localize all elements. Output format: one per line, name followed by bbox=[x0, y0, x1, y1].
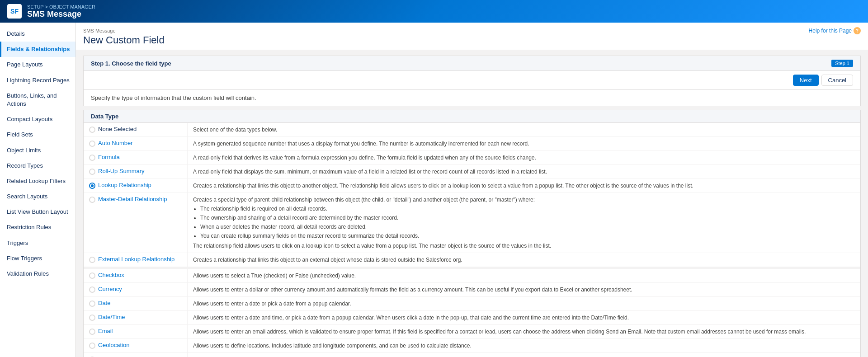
field-type-name-6[interactable]: External Lookup Relationship bbox=[98, 256, 175, 263]
step-banner-title: Step 1. Choose the field type bbox=[91, 60, 171, 67]
field-type-desc-4: Creates a relationship that links this o… bbox=[188, 179, 860, 193]
radio-2[interactable] bbox=[89, 155, 95, 161]
header-title: SMS Message bbox=[27, 9, 95, 19]
field-type-name-4[interactable]: Lookup Relationship bbox=[98, 182, 151, 188]
field-type-name-2[interactable]: Formula bbox=[98, 154, 120, 160]
field-type-name-11[interactable]: Email bbox=[98, 328, 113, 334]
field-type-label-1[interactable]: Auto Number bbox=[84, 137, 188, 150]
field-type-name-0: None Selected bbox=[98, 126, 137, 132]
table-row[interactable]: GeolocationAllows users to define locati… bbox=[84, 339, 860, 353]
field-type-desc-6: Creates a relationship that links this o… bbox=[188, 253, 860, 267]
table-row[interactable]: None SelectedSelect one of the data type… bbox=[84, 123, 860, 137]
field-type-name-1[interactable]: Auto Number bbox=[98, 140, 133, 146]
field-type-desc-13: Allows users to enter any number. Leadin… bbox=[188, 353, 860, 357]
table-row[interactable]: FormulaA read-only field that derives it… bbox=[84, 151, 860, 165]
field-type-label-10[interactable]: Date/Time bbox=[84, 311, 188, 324]
field-type-desc-0: Select one of the data types below. bbox=[188, 123, 860, 136]
step-badge: Step 1 bbox=[831, 60, 853, 67]
field-type-label-0[interactable]: None Selected bbox=[84, 123, 188, 136]
radio-4[interactable] bbox=[89, 183, 95, 189]
cancel-button[interactable]: Cancel bbox=[821, 75, 853, 86]
sidebar-item-fields-relationships[interactable]: Fields & Relationships bbox=[0, 42, 75, 57]
field-type-table: None SelectedSelect one of the data type… bbox=[83, 123, 861, 357]
radio-0[interactable] bbox=[89, 127, 95, 133]
field-type-label-11[interactable]: Email bbox=[84, 325, 188, 338]
radio-3[interactable] bbox=[89, 169, 95, 175]
data-type-section-header: Data Type bbox=[83, 110, 861, 123]
header-breadcrumb: SETUP > OBJECT MANAGER bbox=[27, 4, 95, 9]
sidebar-item-flow-triggers[interactable]: Flow Triggers bbox=[0, 251, 75, 266]
field-type-name-7[interactable]: Checkbox bbox=[98, 272, 124, 278]
sidebar: DetailsFields & RelationshipsPage Layout… bbox=[0, 23, 76, 357]
field-type-label-13[interactable]: Number bbox=[84, 353, 188, 357]
field-type-label-3[interactable]: Roll-Up Summary bbox=[84, 165, 188, 178]
sidebar-item-restriction-rules[interactable]: Restriction Rules bbox=[0, 220, 75, 235]
table-row[interactable]: CurrencyAllows users to enter a dollar o… bbox=[84, 283, 860, 297]
radio-9[interactable] bbox=[89, 301, 95, 307]
field-type-name-3[interactable]: Roll-Up Summary bbox=[98, 168, 145, 174]
sidebar-item-page-layouts[interactable]: Page Layouts bbox=[0, 57, 75, 72]
table-row[interactable]: Roll-Up SummaryA read-only field that di… bbox=[84, 165, 860, 179]
table-row[interactable]: Auto NumberA system-generated sequence n… bbox=[84, 137, 860, 151]
sidebar-item-details[interactable]: Details bbox=[0, 26, 75, 42]
content-breadcrumb: SMS Message bbox=[83, 28, 861, 33]
table-row[interactable]: EmailAllows users to enter an email addr… bbox=[84, 325, 860, 339]
table-row[interactable]: External Lookup RelationshipCreates a re… bbox=[84, 253, 860, 267]
radio-1[interactable] bbox=[89, 141, 95, 147]
content-header: SMS Message New Custom Field bbox=[76, 23, 868, 50]
table-row[interactable]: CheckboxAllows users to select a True (c… bbox=[84, 269, 860, 283]
field-type-name-10[interactable]: Date/Time bbox=[98, 314, 125, 320]
radio-7[interactable] bbox=[89, 272, 95, 279]
table-row[interactable]: Date/TimeAllows users to enter a date an… bbox=[84, 311, 860, 325]
sidebar-item-field-sets[interactable]: Field Sets bbox=[0, 127, 75, 142]
field-type-name-5[interactable]: Master-Detail Relationship bbox=[98, 196, 167, 202]
field-type-label-2[interactable]: Formula bbox=[84, 151, 188, 164]
table-row[interactable]: NumberAllows users to enter any number. … bbox=[84, 353, 860, 357]
field-type-name-12[interactable]: Geolocation bbox=[98, 342, 129, 348]
radio-12[interactable] bbox=[89, 343, 95, 349]
field-type-label-5[interactable]: Master-Detail Relationship bbox=[84, 193, 188, 253]
table-row[interactable]: DateAllows users to enter a date or pick… bbox=[84, 297, 860, 311]
field-type-desc-5: Creates a special type of parent-child r… bbox=[188, 193, 860, 253]
sidebar-item-validation-rules[interactable]: Validation Rules bbox=[0, 266, 75, 282]
field-type-label-7[interactable]: Checkbox bbox=[84, 269, 188, 282]
field-type-label-12[interactable]: Geolocation bbox=[84, 339, 188, 352]
sidebar-item-compact-layouts[interactable]: Compact Layouts bbox=[0, 112, 75, 127]
field-type-desc-11: Allows users to enter an email address, … bbox=[188, 325, 860, 338]
instructions-text: Specify the type of information that the… bbox=[83, 90, 861, 106]
header-title-area: SETUP > OBJECT MANAGER SMS Message bbox=[27, 4, 95, 19]
field-type-label-8[interactable]: Currency bbox=[84, 283, 188, 296]
field-type-label-4[interactable]: Lookup Relationship bbox=[84, 179, 188, 193]
field-type-desc-9: Allows users to enter a date or pick a d… bbox=[188, 297, 860, 310]
sidebar-item-search-layouts[interactable]: Search Layouts bbox=[0, 189, 75, 204]
table-row[interactable]: Lookup RelationshipCreates a relationshi… bbox=[84, 179, 860, 193]
field-type-desc-3: A read-only field that displays the sum,… bbox=[188, 165, 860, 178]
field-type-desc-1: A system-generated sequence number that … bbox=[188, 137, 860, 150]
field-type-name-9[interactable]: Date bbox=[98, 300, 110, 306]
next-button[interactable]: Next bbox=[793, 75, 819, 86]
app-logo: SF bbox=[7, 4, 22, 19]
help-link-text[interactable]: Help for this Page bbox=[809, 28, 852, 34]
field-type-label-6[interactable]: External Lookup Relationship bbox=[84, 253, 188, 267]
radio-11[interactable] bbox=[89, 329, 95, 335]
sidebar-item-record-types[interactable]: Record Types bbox=[0, 158, 75, 174]
field-type-desc-8: Allows users to enter a dollar or other … bbox=[188, 283, 860, 296]
toolbar: Next Cancel bbox=[83, 71, 861, 90]
field-type-name-8[interactable]: Currency bbox=[98, 286, 122, 292]
sidebar-item-lightning-record-pages[interactable]: Lightning Record Pages bbox=[0, 73, 75, 88]
table-row[interactable]: Master-Detail RelationshipCreates a spec… bbox=[84, 193, 860, 253]
sidebar-item-buttons-links[interactable]: Buttons, Links, and Actions bbox=[0, 88, 75, 112]
radio-8[interactable] bbox=[89, 287, 95, 293]
radio-6[interactable] bbox=[89, 257, 95, 263]
field-type-desc-2: A read-only field that derives its value… bbox=[188, 151, 860, 164]
radio-10[interactable] bbox=[89, 315, 95, 321]
sidebar-item-triggers[interactable]: Triggers bbox=[0, 235, 75, 251]
sidebar-item-list-view-button-layout[interactable]: List View Button Layout bbox=[0, 204, 75, 220]
sidebar-item-related-lookup-filters[interactable]: Related Lookup Filters bbox=[0, 174, 75, 189]
page-title: New Custom Field bbox=[83, 34, 861, 46]
field-type-label-9[interactable]: Date bbox=[84, 297, 188, 310]
sidebar-item-object-limits[interactable]: Object Limits bbox=[0, 143, 75, 158]
radio-5[interactable] bbox=[89, 197, 95, 203]
help-link[interactable]: Help for this Page ? bbox=[809, 27, 861, 34]
field-type-desc-12: Allows users to define locations. Includ… bbox=[188, 339, 860, 352]
